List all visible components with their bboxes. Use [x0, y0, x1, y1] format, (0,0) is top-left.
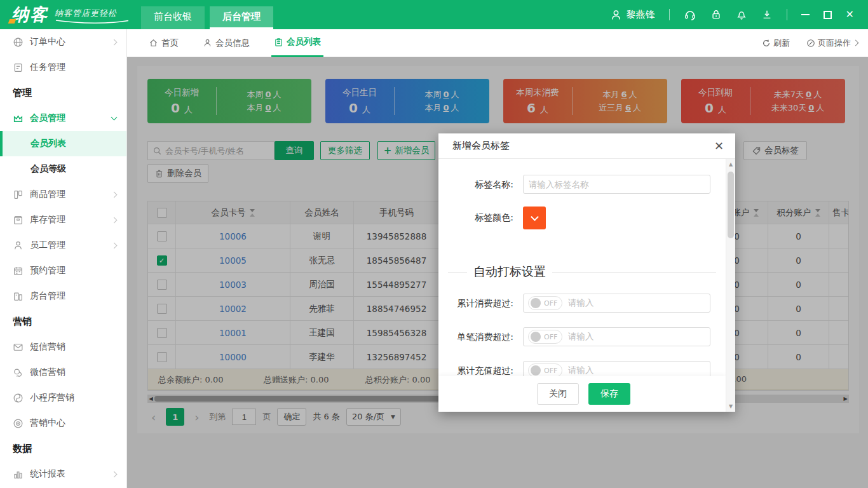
sidebar-item-wechat-marketing[interactable]: 微信营销 — [0, 360, 126, 385]
chevron-down-icon — [111, 114, 118, 121]
minimize-icon — [801, 14, 810, 15]
page-actions-button[interactable]: 页面操作 — [806, 37, 858, 49]
modal-cancel-button[interactable]: 关闭 — [537, 383, 579, 405]
cumulative-spend-input[interactable]: 请输入 — [568, 297, 594, 309]
globe-icon — [13, 37, 24, 48]
room-icon — [13, 291, 24, 302]
cumulative-spend-toggle[interactable]: OFF — [528, 296, 562, 310]
support-headset-icon[interactable] — [684, 8, 696, 21]
cumulative-recharge-toggle[interactable]: OFF — [528, 363, 562, 377]
bell-icon[interactable] — [736, 9, 747, 20]
lock-icon[interactable] — [710, 9, 722, 20]
main-nav-tabs: 前台收银 后台管理 — [141, 6, 273, 29]
task-icon — [13, 62, 24, 73]
download-icon[interactable] — [761, 9, 773, 20]
tab-member-info[interactable]: 会员信息 — [200, 29, 252, 57]
modal-save-button[interactable]: 保存 — [588, 383, 630, 405]
tag-color-label: 标签颜色: — [438, 212, 513, 224]
sidebar-item-booking-mgmt[interactable]: 预约管理 — [0, 258, 126, 283]
sidebar-item-member-list[interactable]: 会员列表 — [0, 131, 126, 156]
toggle-knob — [531, 298, 541, 308]
single-spend-toggle[interactable]: OFF — [528, 330, 562, 344]
cumulative-recharge-label: 累计充值超过: — [438, 365, 513, 377]
sidebar-section-data: 数据 — [0, 436, 126, 461]
scrollbar-thumb[interactable] — [728, 172, 734, 238]
sidebar-item-marketing-center[interactable]: 营销中心 — [0, 410, 126, 436]
section-title: 自动打标设置 — [473, 264, 546, 280]
goods-icon — [13, 189, 24, 200]
modal-close-button[interactable]: ✕ — [714, 140, 724, 152]
sidebar-item-miniapp-marketing[interactable]: 小程序营销 — [0, 385, 126, 410]
modal-footer: 关闭 保存 — [438, 376, 726, 412]
scroll-down-icon[interactable]: ▼ — [726, 403, 735, 409]
chart-icon — [13, 469, 24, 480]
logo-tagline: 纳客管店更轻松 — [55, 8, 130, 26]
tab-member-list[interactable]: 会员列表 — [271, 29, 323, 57]
sms-icon — [13, 342, 24, 353]
tagline-swoosh-icon — [55, 19, 130, 24]
toggle-knob — [531, 332, 541, 342]
app-logo: 纳客 纳客管店更轻松 — [0, 3, 141, 26]
sidebar-item-inventory-mgmt[interactable]: 库存管理 — [0, 207, 126, 233]
nav-tab-backoffice[interactable]: 后台管理 — [210, 6, 273, 29]
chevron-right-icon — [111, 217, 118, 223]
sidebar-item-staff-mgmt[interactable]: 员工管理 — [0, 233, 126, 258]
titlebar-separator — [787, 9, 787, 20]
chevron-right-icon — [111, 242, 118, 248]
close-icon: ✕ — [714, 139, 724, 152]
single-spend-input[interactable]: 请输入 — [568, 331, 594, 342]
sidebar-item-goods-mgmt[interactable]: 商品管理 — [0, 182, 126, 207]
chevron-right-icon — [111, 191, 118, 198]
page-actions-icon — [806, 39, 815, 48]
tag-name-label: 标签名称: — [438, 179, 513, 191]
modal-scrollbar[interactable]: ▲ ▼ — [726, 159, 735, 412]
cumulative-spend-field: OFF 请输入 — [523, 294, 710, 313]
user-account[interactable]: 黎燕锋 — [610, 9, 655, 21]
page-tabbar: 首页 会员信息 会员列表 刷新 页面操作 — [127, 29, 868, 57]
calendar-icon — [13, 266, 24, 276]
user-icon — [610, 9, 622, 21]
chevron-right-icon — [853, 40, 859, 46]
tab-home[interactable]: 首页 — [146, 29, 181, 57]
logo-text: 纳客 — [11, 3, 48, 26]
chevron-down-icon — [531, 213, 539, 221]
crown-icon — [13, 113, 24, 124]
refresh-icon — [762, 39, 771, 48]
cumulative-spend-label: 累计消费超过: — [438, 298, 513, 309]
maximize-icon — [824, 11, 832, 19]
window-maximize-button[interactable] — [824, 11, 832, 19]
target-icon — [13, 418, 24, 429]
refresh-button[interactable]: 刷新 — [762, 37, 790, 49]
window-minimize-button[interactable] — [801, 14, 810, 15]
inventory-icon — [13, 215, 24, 226]
sidebar-item-sms-marketing[interactable]: 短信营销 — [0, 334, 126, 360]
sidebar-item-member-level[interactable]: 会员等级 — [0, 156, 126, 182]
tag-name-input[interactable] — [523, 175, 710, 194]
single-spend-label: 单笔消费超过: — [438, 332, 513, 343]
sidebar-item-order-center[interactable]: 订单中心 — [0, 29, 126, 55]
cumulative-recharge-input[interactable]: 请输入 — [568, 365, 594, 376]
username: 黎燕锋 — [627, 9, 655, 21]
single-spend-field: OFF 请输入 — [523, 327, 710, 346]
toggle-knob — [531, 365, 541, 376]
sidebar-item-task-mgmt[interactable]: 任务管理 — [0, 55, 126, 80]
sidebar-item-statistics[interactable]: 统计报表 — [0, 461, 126, 487]
modal-header: 新增会员标签 ✕ — [438, 133, 735, 159]
wechat-icon — [13, 367, 24, 378]
miniapp-icon — [13, 393, 24, 403]
tag-color-swatch[interactable] — [523, 207, 546, 229]
chevron-right-icon — [111, 471, 118, 477]
auto-tag-section-header: 自动打标设置 — [438, 264, 716, 280]
modal-title: 新增会员标签 — [452, 140, 510, 152]
scroll-up-icon[interactable]: ▲ — [726, 161, 735, 167]
staff-icon — [13, 240, 24, 251]
person-icon — [203, 38, 212, 48]
sidebar: 订单中心 任务管理 管理 会员管理 会员列表 会员等级 商品管理 库存管理 员工… — [0, 29, 127, 488]
sidebar-section-marketing: 营销 — [0, 309, 126, 334]
window-close-button[interactable]: ✕ — [846, 10, 854, 20]
home-icon — [149, 38, 158, 48]
sidebar-item-member-mgmt[interactable]: 会员管理 — [0, 105, 126, 131]
close-icon: ✕ — [846, 10, 854, 20]
sidebar-item-room-mgmt[interactable]: 房台管理 — [0, 283, 126, 309]
nav-tab-cashier[interactable]: 前台收银 — [141, 6, 205, 29]
